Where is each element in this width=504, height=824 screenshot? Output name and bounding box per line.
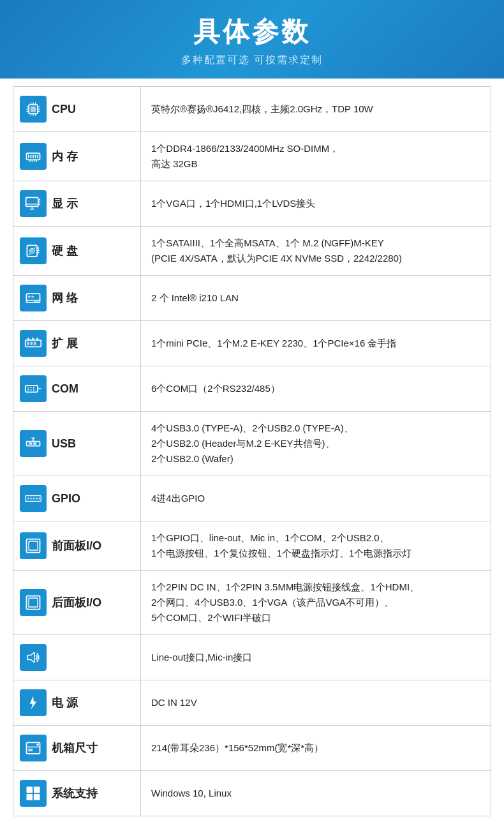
icon-label-front-io: 前面板I/O [20, 532, 134, 559]
value-cell-front-io: 1个GPIO口、line-out、Mic in、1个COM、2个USB2.0、1… [141, 521, 491, 571]
value-cell-usb: 4个USB3.0 (TYPE-A)、2个USB2.0 (TYPE-A)、2个US… [141, 412, 491, 476]
gpio-icon [20, 485, 47, 512]
cpu-icon [20, 96, 47, 123]
label-text-network: 网 络 [52, 289, 78, 308]
display-icon [20, 190, 47, 217]
svg-rect-43 [28, 296, 31, 298]
svg-rect-62 [33, 442, 36, 445]
value-cell-os: Windows 10, Linux [141, 771, 491, 816]
svg-rect-48 [34, 341, 36, 345]
svg-rect-30 [39, 204, 41, 205]
svg-point-58 [33, 389, 34, 391]
svg-rect-51 [36, 338, 38, 340]
table-row: 扩 展1个mini PCIe、1个M.2 E-KEY 2230、1个PCIe×1… [13, 321, 491, 366]
hdd-icon [20, 237, 47, 264]
label-cell-com: COM [13, 366, 141, 412]
spec-content: CPU英特尔®赛扬®J6412,四核，主频2.0GHz，TDP 10W 内 存1… [0, 79, 504, 824]
table-row: 硬 盘1个SATAIIII、1个全高MSATA、1个 M.2 (NGFF)M-K… [13, 227, 491, 276]
memory-icon [20, 143, 47, 170]
icon-label-chassis: 机箱尺寸 [20, 735, 134, 761]
label-cell-rear-io: 后面板I/O [13, 571, 141, 635]
icon-label-display: 显 示 [20, 190, 134, 217]
panel-icon [20, 532, 47, 559]
label-text-chassis: 机箱尺寸 [52, 739, 98, 758]
svg-point-67 [27, 498, 28, 498]
svg-rect-15 [28, 154, 29, 158]
spec-table: CPU英特尔®赛扬®J6412,四核，主频2.0GHz，TDP 10W 内 存1… [13, 86, 491, 816]
svg-rect-37 [37, 252, 40, 253]
svg-point-84 [36, 744, 39, 746]
label-cell-chassis: 机箱尺寸 [13, 726, 141, 771]
icon-label-os: 系统支持 [20, 780, 134, 807]
svg-line-34 [34, 248, 36, 249]
table-row: 机箱尺寸214(带耳朵236）*156*52mm(宽*深*高） [13, 726, 491, 771]
icon-label-audio [20, 644, 134, 671]
value-cell-display: 1个VGA口，1个HDMI口,1个LVDS接头 [141, 181, 491, 227]
svg-rect-77 [29, 541, 38, 550]
table-row: USB4个USB3.0 (TYPE-A)、2个USB2.0 (TYPE-A)、2… [13, 412, 491, 476]
svg-rect-85 [28, 749, 33, 751]
icon-label-expand: 扩 展 [20, 330, 134, 357]
svg-marker-80 [27, 652, 34, 663]
table-row: 系统支持Windows 10, Linux [13, 771, 491, 816]
page-title: 具体参数 [13, 14, 491, 50]
label-cell-power: 电 源 [13, 680, 141, 726]
svg-rect-46 [27, 341, 29, 345]
svg-rect-29 [39, 202, 41, 203]
svg-marker-81 [30, 696, 37, 710]
svg-rect-44 [31, 296, 34, 298]
value-cell-gpio: 4进4出GPIO [141, 476, 491, 521]
svg-rect-89 [34, 794, 40, 800]
table-row: 显 示1个VGA口，1个HDMI口,1个LVDS接头 [13, 181, 491, 227]
value-cell-memory: 1个DDR4-1866/2133/2400MHz SO-DIMM，高达 32GB [141, 132, 491, 181]
svg-rect-47 [31, 341, 33, 345]
page-subtitle: 多种配置可选 可按需求定制 [13, 54, 491, 67]
value-cell-expand: 1个mini PCIe、1个M.2 E-KEY 2230、1个PCIe×16 金… [141, 321, 491, 366]
icon-label-cpu: CPU [20, 96, 134, 123]
svg-rect-39 [27, 294, 40, 303]
svg-point-56 [27, 389, 29, 391]
svg-rect-36 [37, 250, 40, 251]
svg-point-55 [33, 387, 34, 388]
table-row: COM6个COM口（2个RS232/485） [13, 366, 491, 412]
table-row: 后面板I/O1个2PIN DC IN、1个2PIN 3.5MM电源按钮接线盒、1… [13, 571, 491, 635]
icon-label-hdd: 硬 盘 [20, 237, 134, 264]
label-text-display: 显 示 [52, 195, 78, 213]
svg-rect-1 [31, 107, 36, 112]
label-cell-gpio: GPIO [13, 476, 141, 521]
icon-label-gpio: GPIO [20, 485, 134, 512]
value-cell-rear-io: 1个2PIN DC IN、1个2PIN 3.5MM电源按钮接线盒、1个HDMI、… [141, 571, 491, 635]
value-cell-hdd: 1个SATAIIII、1个全高MSATA、1个 M.2 (NGFF)M-KEY(… [141, 227, 491, 276]
label-text-front-io: 前面板I/O [52, 537, 101, 555]
label-text-com: COM [52, 380, 78, 398]
value-cell-audio: Line-out接口,Mic-in接口 [141, 635, 491, 680]
value-cell-power: DC IN 12V [141, 680, 491, 726]
label-text-cpu: CPU [52, 100, 76, 119]
svg-marker-64 [31, 437, 36, 439]
svg-rect-86 [27, 787, 33, 793]
value-cell-cpu: 英特尔®赛扬®J6412,四核，主频2.0GHz，TDP 10W [141, 87, 491, 132]
svg-point-75 [39, 498, 40, 498]
svg-rect-18 [35, 154, 36, 158]
expand-icon [20, 330, 47, 357]
svg-rect-28 [39, 199, 41, 200]
svg-rect-87 [34, 787, 40, 793]
svg-rect-49 [27, 338, 29, 340]
label-cell-hdd: 硬 盘 [13, 227, 141, 276]
page-header: 具体参数 多种配置可选 可按需求定制 [0, 0, 504, 79]
label-cell-os: 系统支持 [13, 771, 141, 816]
table-row: Line-out接口,Mic-in接口 [13, 635, 491, 680]
label-cell-front-io: 前面板I/O [13, 521, 141, 571]
icon-label-rear-io: 后面板I/O [20, 589, 134, 616]
svg-rect-88 [27, 794, 33, 800]
svg-rect-16 [31, 154, 32, 158]
windows-icon [20, 780, 47, 807]
value-cell-network: 2 个 Intel® i210 LAN [141, 276, 491, 321]
label-text-hdd: 硬 盘 [52, 242, 78, 260]
svg-rect-50 [32, 338, 34, 340]
label-cell-cpu: CPU [13, 87, 141, 132]
svg-rect-41 [36, 301, 38, 303]
svg-point-69 [31, 498, 31, 498]
label-cell-audio [13, 635, 141, 680]
svg-rect-35 [37, 248, 40, 249]
